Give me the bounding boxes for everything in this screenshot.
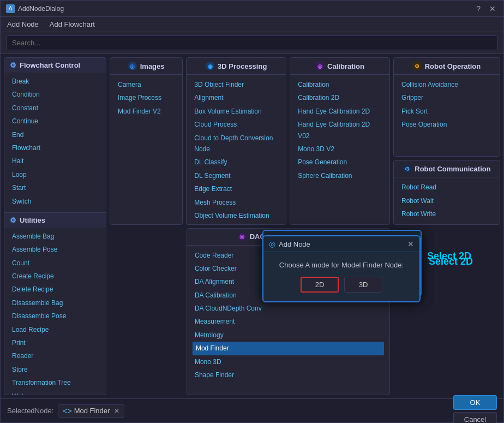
selected-node-text: Mod Finder <box>74 407 110 415</box>
utility-item-load-recipe[interactable]: Load Recipe <box>11 323 101 336</box>
search-input[interactable] <box>6 35 498 50</box>
bottom-bar: SelectedNode: <> Mod Finder ✕ OK Cancel <box>1 398 503 422</box>
tag-lt-gt-icon: <> <box>63 407 71 415</box>
menu-add-node[interactable]: Add Node <box>7 20 39 28</box>
flowchart-item-continue[interactable]: Continue <box>11 115 101 128</box>
flowchart-section-icon: ⚙ <box>10 61 16 69</box>
flowchart-item-flowchart[interactable]: Flowchart <box>11 141 101 154</box>
flowchart-item-constant[interactable]: Constant <box>11 102 101 115</box>
utility-item-assemble-bag[interactable]: Assemble Bag <box>11 230 101 243</box>
menu-bar: Add Node Add Flowchart <box>1 17 503 32</box>
title-bar-left: A AddNodeDialog <box>6 4 64 13</box>
modal-3d-button[interactable]: 3D <box>344 277 382 293</box>
app-icon: A <box>6 4 15 13</box>
modal-title-text: Add Node <box>279 240 310 248</box>
flowchart-item-start[interactable]: Start <box>11 181 101 194</box>
tag-close-button[interactable]: ✕ <box>114 407 119 415</box>
help-button[interactable]: ? <box>474 4 483 13</box>
utility-item-disassemble-bag[interactable]: Disassemble Bag <box>11 296 101 309</box>
menu-add-flowchart[interactable]: Add Flowchart <box>50 20 95 28</box>
modal-2d-button[interactable]: 2D <box>301 277 339 293</box>
modal-title: ◎ Add Node <box>269 240 310 248</box>
flowchart-item-loop[interactable]: Loop <box>11 168 101 181</box>
modal-close-button[interactable]: ✕ <box>407 240 414 248</box>
flowchart-item-halt[interactable]: Halt <box>11 154 101 168</box>
flowchart-item-end[interactable]: End <box>11 128 101 141</box>
utility-item-transformation-tree[interactable]: Transformation Tree <box>11 376 101 389</box>
title-bar-controls: ? ✕ <box>474 4 498 13</box>
utility-item-create-recipe[interactable]: Create Recipe <box>11 270 101 283</box>
modal-body: Choose A mode for Model Finder Node: 2D … <box>263 252 419 301</box>
window-title: AddNodeDialog <box>18 5 64 13</box>
utility-item-count[interactable]: Count <box>11 257 101 270</box>
action-buttons: OK Cancel <box>453 395 497 424</box>
utilities-title: Utilities <box>20 216 45 224</box>
search-bar <box>1 32 503 54</box>
utility-item-print[interactable]: Print <box>11 336 101 349</box>
utility-item-reader[interactable]: Reader <box>11 349 101 362</box>
add-node-dialog: ◎ Add Node ✕ Choose A mode for Model Fin… <box>262 235 421 302</box>
modal-title-bar: ◎ Add Node ✕ <box>263 236 419 252</box>
cancel-button[interactable]: Cancel <box>453 412 497 424</box>
modal-icon: ◎ <box>269 240 275 248</box>
modal-message: Choose A mode for Model Finder Node: <box>272 261 411 269</box>
utility-item-disassemble-pose[interactable]: Disassemble Pose <box>11 309 101 323</box>
utility-item-writer[interactable]: Writer <box>11 390 101 395</box>
selected-node-label: SelectedNode: <box>7 407 53 415</box>
close-button[interactable]: ✕ <box>487 4 498 13</box>
flowchart-header: ⚙ Flowchart Control <box>4 58 106 73</box>
flowchart-item-switch[interactable]: Switch <box>11 195 101 208</box>
flowchart-title: Flowchart Control <box>20 61 80 69</box>
modal-buttons: 2D 3D <box>272 277 411 293</box>
utilities-section-icon: ⚙ <box>10 216 16 224</box>
selected-node-tag: <> Mod Finder ✕ <box>58 404 124 418</box>
flowchart-item-break[interactable]: Break <box>11 75 101 88</box>
utilities-header: ⚙ Utilities <box>4 213 106 228</box>
flowchart-item-condition[interactable]: Condition <box>11 88 101 101</box>
utility-item-store[interactable]: Store <box>11 363 101 376</box>
utility-item-delete-recipe[interactable]: Delete Recipe <box>11 283 101 296</box>
utility-item-assemble-pose[interactable]: Assemble Pose <box>11 243 101 256</box>
left-sidebar: ⚙ Flowchart Control BreakConditionConsta… <box>4 57 106 395</box>
